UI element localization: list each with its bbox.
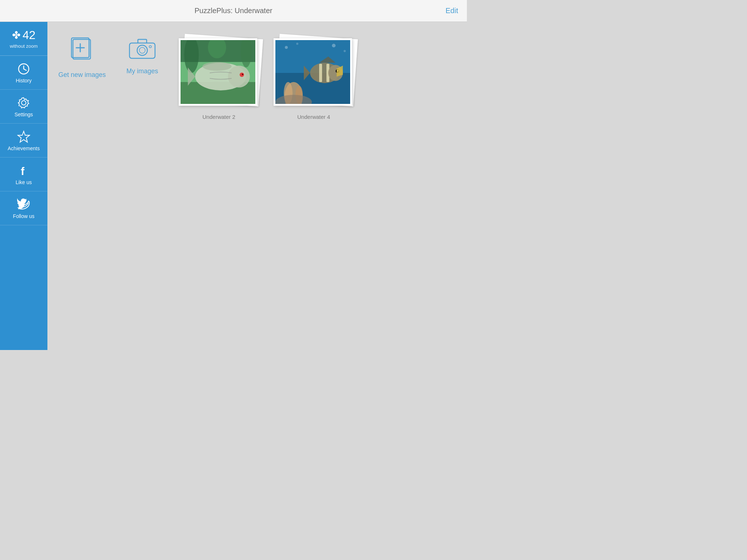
svg-point-24 <box>240 73 244 77</box>
header-title: PuzzlePlus: Underwater <box>194 7 272 15</box>
svg-point-13 <box>149 46 151 48</box>
image-label-1: Underwater 2 <box>202 114 235 120</box>
history-label: History <box>16 78 32 83</box>
sidebar-top: ✤ 42 without zoom <box>0 22 47 56</box>
puzzle-icon: ✤ <box>12 29 20 41</box>
image-frame-stack-1 <box>179 36 259 109</box>
sidebar-item-like[interactable]: f Like us <box>0 158 47 191</box>
edit-button[interactable]: Edit <box>446 7 458 15</box>
get-new-images-label: Get new images <box>58 71 106 79</box>
clock-icon <box>17 62 30 75</box>
puzzle-count: 42 <box>23 28 36 42</box>
plus-box-icon <box>69 36 96 65</box>
sidebar-item-settings[interactable]: Settings <box>0 90 47 124</box>
star-icon <box>17 130 30 143</box>
camera-icon <box>128 36 157 62</box>
sidebar-item-history[interactable]: History <box>0 56 47 90</box>
follow-label: Follow us <box>13 213 34 219</box>
svg-point-25 <box>242 74 243 75</box>
svg-point-31 <box>332 44 336 47</box>
fish-image <box>181 40 255 104</box>
svg-text:f: f <box>21 165 25 177</box>
svg-point-11 <box>137 45 147 55</box>
svg-rect-39 <box>319 64 322 82</box>
get-new-images-button[interactable]: Get new images <box>58 36 106 79</box>
facebook-icon: f <box>17 164 30 177</box>
card-front-1 <box>179 38 257 106</box>
image-frame-stack-2 <box>274 36 354 109</box>
svg-point-32 <box>344 50 346 52</box>
logo-row: ✤ 42 <box>12 28 36 42</box>
svg-rect-6 <box>73 39 90 59</box>
sidebar: ✤ 42 without zoom History Settings <box>0 22 47 350</box>
svg-marker-4 <box>18 131 30 142</box>
image-card-underwater-2[interactable]: Underwater 2 <box>179 36 259 120</box>
svg-point-12 <box>139 47 145 53</box>
svg-point-29 <box>285 46 288 49</box>
main-layout: ✤ 42 without zoom History Settings <box>0 22 467 350</box>
my-images-button[interactable]: My images <box>120 36 164 75</box>
sidebar-item-follow[interactable]: Follow us <box>0 191 47 225</box>
twitter-icon <box>17 198 30 211</box>
svg-point-30 <box>296 43 298 45</box>
header: PuzzlePlus: Underwater Edit <box>0 0 467 22</box>
tropical-image <box>275 40 350 104</box>
svg-line-2 <box>24 69 26 70</box>
my-images-label: My images <box>127 67 158 75</box>
card-front-2 <box>274 38 352 106</box>
image-label-2: Underwater 4 <box>297 114 330 120</box>
settings-label: Settings <box>15 112 33 117</box>
gear-icon <box>17 96 30 109</box>
svg-point-23 <box>228 66 250 88</box>
svg-point-26 <box>202 62 232 71</box>
achievements-label: Achievements <box>8 145 40 151</box>
sidebar-item-achievements[interactable]: Achievements <box>0 124 47 158</box>
like-label: Like us <box>16 179 32 185</box>
image-card-underwater-4[interactable]: Underwater 4 <box>274 36 354 120</box>
sidebar-subtitle: without zoom <box>10 43 38 49</box>
svg-point-3 <box>22 101 26 105</box>
content-area: Get new images My images <box>47 22 467 350</box>
